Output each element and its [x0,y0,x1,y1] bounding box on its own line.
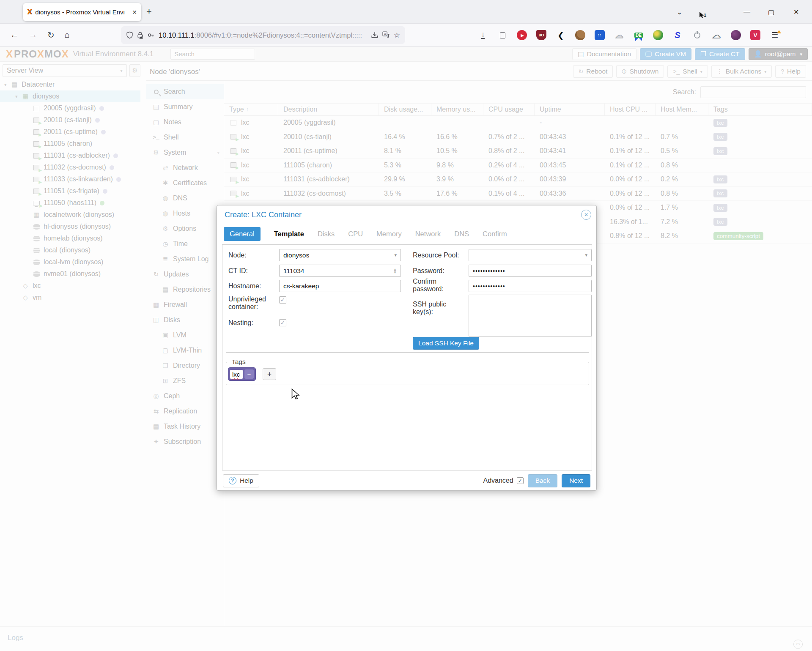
dialog-footer: ?Help Advanced ✓ Back Next [217,470,596,491]
general-tab-panel: Node: dionysos▾ CT ID: 111034▲▼ Hostname… [222,244,592,470]
ssh-key-textarea[interactable] [469,295,592,337]
v-badge-icon[interactable]: V [750,30,760,40]
grid-badge-icon-glyph: ∷ [598,33,601,38]
new-tab-button[interactable]: + [146,6,152,17]
globe-icon[interactable] [653,30,663,40]
tab-list-button[interactable]: ⌄ [677,0,682,24]
dialog-tab-dns: DNS [454,230,469,238]
add-tag-button[interactable]: + [263,368,276,380]
v-badge-icon-glyph: V [754,32,757,38]
dialog-tab-general[interactable]: General [224,227,261,241]
password-input[interactable]: ••••••••••••• [469,265,592,277]
gray-cloud-icon-glyph: ☁ [615,30,623,40]
cookie-icon[interactable] [575,30,585,40]
tag-input[interactable]: lxc [230,370,243,379]
dialog-close-button[interactable]: ✕ [581,210,591,220]
confirm-password-input[interactable]: ••••••••••••• [469,280,592,292]
cloud-outline-icon[interactable]: ☁ [711,30,721,40]
gray-cloud-icon[interactable]: ☁ [614,30,624,40]
grid-badge-icon[interactable]: ∷ [595,30,605,40]
purple-circle-icon[interactable] [731,30,741,40]
tags-legend: Tags [230,358,248,366]
chevron-down-icon: ▾ [394,252,397,258]
advanced-checkbox[interactable]: ✓ [517,477,524,484]
spinner-icons[interactable]: ▲▼ [393,268,397,274]
downloads-icon[interactable]: ↓ [478,30,488,40]
tab-title: dionysos - Proxmox Virtual Envi [35,8,129,16]
tab-close-icon[interactable]: ✕ [132,9,137,16]
resource-pool-select[interactable]: ▾ [469,249,592,261]
proxmox-page: XPROXMOX Virtual Environment 8.4.1 ▤Docu… [0,46,812,651]
svg-text:A: A [384,32,386,36]
dialog-tab-confirm: Confirm [483,230,507,238]
question-icon: ? [229,477,236,484]
hostname-input[interactable]: cs-karakeep [279,280,401,292]
nesting-checkbox[interactable]: ✓ [279,319,286,326]
translate-icon[interactable]: A [382,31,390,39]
ctid-spinner[interactable]: 111034▲▼ [279,265,401,277]
power-extension-icon[interactable] [692,30,702,40]
chevron-extension-icon[interactable]: ❮ [556,30,566,40]
remove-tag-button[interactable]: − [244,369,254,379]
url-host: 10.10.111.1 [159,31,195,39]
mouse-cursor [290,388,301,401]
advanced-label: Advanced [483,477,513,484]
shield-icon[interactable] [126,31,133,39]
pool-field-label: Resource Pool: [413,252,459,259]
load-ssh-key-button[interactable]: Load SSH Key File [413,337,479,350]
dialog-title[interactable]: Create: LXC Container [225,211,302,219]
dialog-tab-template[interactable]: Template [274,230,304,238]
password-field-label: Password: [413,267,444,275]
ctid-field-label: CT ID: [228,267,248,275]
url-bar[interactable]: 10.10.111.1:8006/#v1:0:=node%2Fdionysos:… [121,26,405,44]
dialog-help-button[interactable]: ?Help [223,474,259,487]
play-badge-icon[interactable]: ▶ [517,30,527,40]
de-badge-icon-badge [635,38,642,41]
forward-button[interactable]: → [29,30,37,40]
dialog-tab-disks: Disks [318,230,335,238]
s-badge-icon[interactable]: S [672,30,683,40]
bookmark-star-icon[interactable]: ☆ [394,31,400,40]
browser-tab[interactable]: X dionysos - Proxmox Virtual Envi ✕ [23,3,141,21]
proxmox-favicon-icon: X [27,8,32,16]
save-page-icon[interactable] [371,31,379,39]
key-permission-icon[interactable] [147,31,155,39]
next-button[interactable]: Next [562,474,590,487]
unprivileged-checkbox[interactable]: ✓ [279,296,286,304]
nesting-label: Nesting: [228,319,253,327]
de-badge-icon[interactable]: DE [634,30,644,40]
app-menu-icon[interactable]: ☰ [770,30,780,40]
reload-button[interactable]: ↻ [47,30,55,40]
chevron-extension-icon-glyph: ❮ [557,30,564,40]
advanced-divider [226,353,589,353]
dialog-tab-network: Network [415,230,441,238]
de-badge-icon-glyph: DE [634,33,643,38]
node-field-label: Node: [228,252,247,259]
app-menu-icon-badge [777,30,781,33]
browser-titlebar: X dionysos - Proxmox Virtual Envi ✕ + ⌄ … [0,0,812,24]
create-lxc-dialog: Create: LXC Container ✕ GeneralTemplateD… [217,205,597,491]
extension-row: ↓▶uO❮∷☁DES☁V☰ [478,26,780,44]
home-button[interactable]: ⌂ [65,30,70,40]
back-button[interactable]: Back [528,474,557,487]
window-minimize-button[interactable]: — [743,0,750,24]
url-text[interactable]: 10.10.111.1:8006/#v1:0:=node%2Fdionysos:… [159,31,367,39]
back-button[interactable]: ← [10,30,19,40]
dialog-tabs: GeneralTemplateDisksCPUMemoryNetworkDNSC… [224,225,507,243]
cloud-outline-icon-glyph: ☁ [712,30,721,40]
url-path: :8006/#v1:0:=node%2Fdionysos:4::=content… [195,31,362,39]
node-select[interactable]: dionysos▾ [279,249,401,261]
thumbs-up-extension-icon-glyph [500,32,505,38]
lock-warning-icon[interactable] [137,31,143,39]
play-badge-icon-glyph: ▶ [521,33,524,38]
ublock-icon[interactable]: uO [536,30,546,40]
hostname-field-label: Hostname: [228,282,261,290]
thumbs-up-extension-icon[interactable] [497,30,508,40]
downloads-icon-glyph: ↓ [481,32,485,39]
window-maximize-button[interactable]: ▢ [768,0,774,24]
tag-editor[interactable]: lxc − [228,367,256,381]
ublock-icon-glyph: uO [539,33,544,37]
unprivileged-label: Unprivileged container: [228,295,276,311]
window-close-button[interactable]: ✕ [793,0,799,24]
dialog-tab-memory: Memory [376,230,402,238]
